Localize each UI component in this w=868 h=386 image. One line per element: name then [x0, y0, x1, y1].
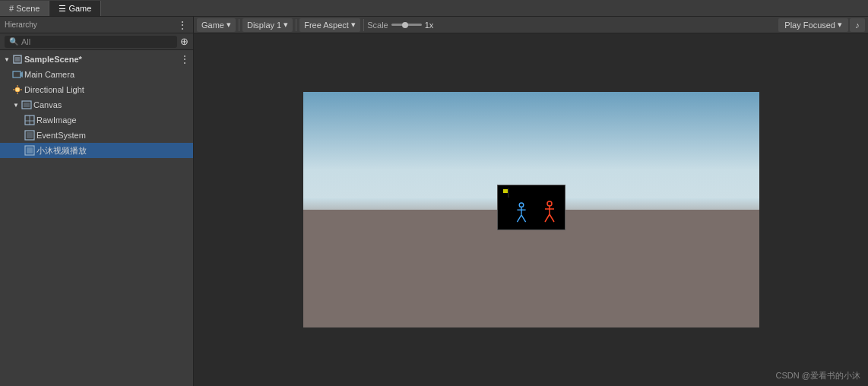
- canvas-label: Canvas: [33, 100, 62, 109]
- flag-icon: [502, 188, 515, 198]
- audio-button[interactable]: ♪: [850, 18, 865, 32]
- toolbar-separator-3: [363, 19, 364, 31]
- svg-line-25: [521, 215, 526, 222]
- game-viewport: [194, 33, 868, 386]
- hierarchy-panel: Hierarchy ⋮ 🔍 All ⊕ ▼: [0, 17, 194, 386]
- svg-line-30: [550, 214, 554, 222]
- svg-line-24: [517, 215, 521, 222]
- cube-icon-light: [12, 84, 23, 95]
- svg-line-29: [545, 214, 550, 222]
- watermark: CSDN @爱看书的小沐: [776, 370, 860, 381]
- game-toolbar: Game ▾ Display 1 ▾ Free Aspect ▾: [194, 17, 868, 33]
- hierarchy-item-eventsystem[interactable]: EventSystem: [0, 128, 193, 143]
- aspect-arrow: ▾: [351, 20, 356, 30]
- hierarchy-item-xiaому[interactable]: 小沐视频播放: [0, 143, 193, 158]
- game-dropdown[interactable]: Game ▾: [197, 18, 236, 32]
- video-thumbnail: [497, 185, 565, 230]
- cube-icon-canvas: [21, 100, 32, 110]
- hierarchy-item-main-camera[interactable]: Main Camera: [0, 67, 193, 82]
- search-icon: 🔍: [9, 37, 18, 46]
- svg-rect-15: [27, 132, 33, 138]
- tab-scene[interactable]: # Scene: [0, 1, 49, 16]
- scene-menu-button[interactable]: ⋮: [180, 54, 190, 65]
- svg-rect-2: [13, 71, 21, 78]
- tab-bar: # Scene ☰ Game: [0, 0, 868, 17]
- display-label: Display 1: [247, 21, 281, 30]
- search-box[interactable]: 🔍 All: [5, 36, 177, 48]
- scene-root-item[interactable]: ▼ SampleScene* ⋮: [0, 52, 193, 67]
- eventsystem-label: EventSystem: [36, 131, 86, 140]
- hierarchy-title-bar: Hierarchy ⋮: [0, 17, 193, 33]
- audio-icon: ♪: [855, 21, 860, 30]
- toolbar-separator-2: [296, 19, 296, 31]
- game-label: Game: [201, 21, 224, 30]
- tab-game[interactable]: ☰ Game: [49, 1, 101, 16]
- add-icon[interactable]: ⊕: [180, 36, 188, 47]
- game-dropdown-arrow: ▾: [227, 20, 231, 30]
- svg-point-4: [15, 87, 20, 92]
- character-red-svg: [542, 201, 557, 223]
- hierarchy-label: Hierarchy: [5, 21, 37, 29]
- play-focused-label: Play Focused: [784, 21, 835, 30]
- play-focused-arrow: ▾: [838, 20, 842, 30]
- toolbar-separator-1: [239, 19, 239, 31]
- main-camera-label: Main Camera: [24, 70, 74, 79]
- scale-value: 1x: [425, 21, 434, 30]
- rawimage-label: RawImage: [36, 115, 77, 125]
- scale-label: Scale: [367, 21, 388, 30]
- hierarchy-menu-button[interactable]: ⋮: [177, 19, 188, 31]
- hierarchy-item-directional-light[interactable]: Directional Light: [0, 82, 193, 97]
- display-arrow: ▾: [284, 20, 288, 30]
- directional-light-label: Directional Light: [24, 85, 84, 94]
- svg-rect-10: [24, 103, 30, 107]
- svg-rect-17: [27, 147, 33, 153]
- scale-slider[interactable]: [391, 24, 422, 26]
- scene-expand-arrow: ▼: [3, 55, 11, 63]
- cube-icon-camera: [12, 69, 23, 80]
- search-placeholder: All: [21, 37, 30, 46]
- character-blue-svg: [515, 202, 528, 223]
- display-dropdown[interactable]: Display 1 ▾: [242, 18, 293, 32]
- flag-svg: [502, 188, 515, 198]
- scene-icon: [12, 54, 23, 65]
- video-content: [498, 185, 565, 229]
- svg-point-26: [547, 201, 552, 206]
- canvas-expand-arrow: ▼: [12, 101, 20, 109]
- hierarchy-items: ▼ SampleScene* ⋮ Main Camera: [0, 50, 193, 386]
- cube-icon-rawimage: [24, 115, 35, 125]
- hierarchy-item-rawimage[interactable]: RawImage: [0, 112, 193, 128]
- game-panel: Game ▾ Display 1 ▾ Free Aspect ▾: [194, 17, 868, 386]
- game-canvas: [303, 92, 759, 327]
- svg-rect-19: [503, 189, 508, 193]
- svg-point-21: [519, 203, 524, 207]
- xiaomu-label: 小沐视频播放: [36, 145, 87, 157]
- hierarchy-item-canvas[interactable]: ▼ Canvas: [0, 97, 193, 112]
- scene-name: SampleScene*: [24, 55, 82, 64]
- aspect-label: Free Aspect: [304, 21, 349, 30]
- hierarchy-search-bar: 🔍 All ⊕: [0, 33, 193, 50]
- play-focused-button[interactable]: Play Focused ▾: [778, 18, 848, 32]
- cube-icon-eventsystem: [24, 130, 35, 141]
- aspect-dropdown[interactable]: Free Aspect ▾: [299, 18, 360, 32]
- scale-control: Scale 1x: [367, 21, 433, 30]
- cube-icon-xiaomu: [24, 145, 35, 156]
- svg-rect-1: [15, 57, 20, 62]
- scale-dot: [402, 22, 408, 28]
